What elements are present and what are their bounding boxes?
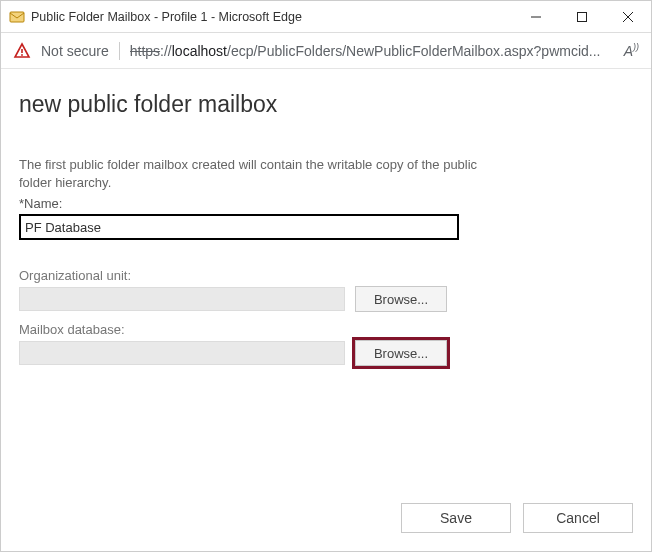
window-titlebar: Public Folder Mailbox - Profile 1 - Micr… — [1, 1, 651, 33]
reader-view-icon[interactable]: A)) — [624, 42, 639, 60]
mailbox-db-label: Mailbox database: — [19, 322, 633, 337]
svg-rect-2 — [578, 12, 587, 21]
url-protocol: https — [130, 43, 160, 59]
maximize-button[interactable] — [559, 1, 605, 33]
org-unit-field — [19, 287, 345, 311]
org-unit-label: Organizational unit: — [19, 268, 633, 283]
url-host: localhost — [172, 43, 227, 59]
name-label: *Name: — [19, 196, 633, 211]
url-display[interactable]: https://localhost/ecp/PublicFolders/NewP… — [130, 43, 614, 59]
not-secure-label[interactable]: Not secure — [41, 43, 109, 59]
org-browse-button[interactable]: Browse... — [355, 286, 447, 312]
address-bar: Not secure https://localhost/ecp/PublicF… — [1, 33, 651, 69]
svg-rect-0 — [10, 12, 24, 22]
url-path: /ecp/PublicFolders/NewPublicFolderMailbo… — [227, 43, 601, 59]
addrbar-divider — [119, 42, 120, 60]
form-content: new public folder mailbox The first publ… — [1, 69, 651, 503]
org-unit-row: Browse... — [19, 286, 633, 312]
minimize-button[interactable] — [513, 1, 559, 33]
dialog-footer: Save Cancel — [1, 503, 651, 551]
window-controls — [513, 1, 651, 33]
cancel-button[interactable]: Cancel — [523, 503, 633, 533]
db-browse-button[interactable]: Browse... — [355, 340, 447, 366]
window-title: Public Folder Mailbox - Profile 1 - Micr… — [31, 10, 513, 24]
svg-point-6 — [21, 54, 23, 56]
spacer — [19, 366, 633, 503]
close-button[interactable] — [605, 1, 651, 33]
page-title: new public folder mailbox — [19, 91, 633, 118]
mail-icon — [9, 9, 25, 25]
name-input[interactable] — [19, 214, 459, 240]
warning-icon — [13, 42, 31, 60]
mailbox-db-field — [19, 341, 345, 365]
mailbox-db-row: Browse... — [19, 340, 633, 366]
save-button[interactable]: Save — [401, 503, 511, 533]
form-description: The first public folder mailbox created … — [19, 156, 479, 192]
